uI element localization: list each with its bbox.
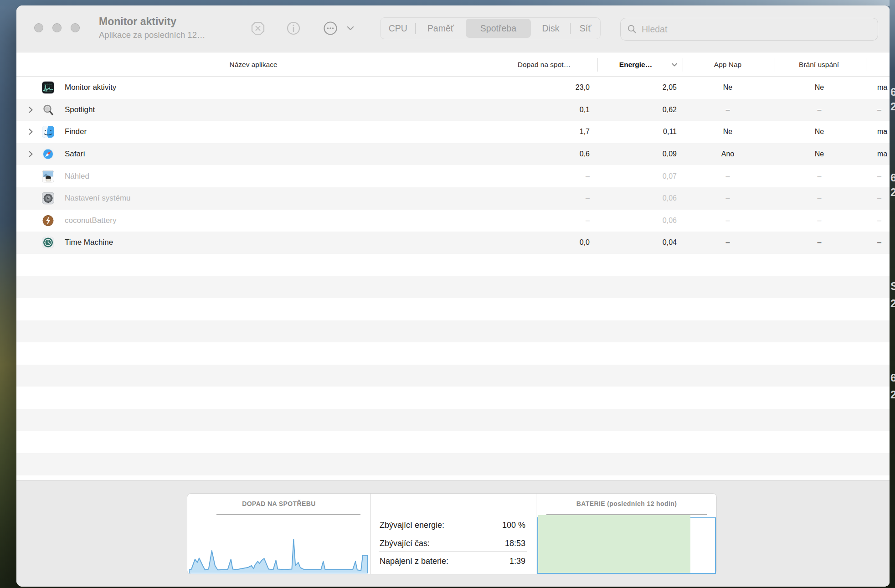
cell-prevents-sleep: – — [818, 106, 822, 114]
stop-process-button[interactable] — [250, 21, 266, 36]
table-row-coconutbattery[interactable]: coconutBattery–0,06––– — [16, 210, 890, 232]
column-header-energy[interactable]: Energie… — [619, 52, 652, 77]
cell-energy-impact: 0,0 — [580, 238, 590, 247]
more-options-chevron[interactable] — [343, 21, 358, 36]
table-row-time-machine[interactable]: Time Machine0,00,04––– — [16, 232, 890, 254]
table-row-safari[interactable]: Safari0,60,09AnoNema — [16, 143, 890, 165]
view-segmented-control: CPUPaměťSpotřebaDiskSíť — [380, 17, 601, 39]
cell-user: – — [877, 238, 881, 247]
table-row-empty — [16, 387, 890, 409]
cell-energy-impact: 23,0 — [576, 83, 590, 92]
segment-spotřeba[interactable]: Spotřeba — [466, 19, 530, 38]
process-name: Finder — [65, 127, 87, 136]
cell-app-nap: – — [726, 238, 730, 247]
cell-app-nap: Ano — [721, 150, 734, 158]
cell-user: – — [877, 217, 881, 225]
desktop-text-fragment: S — [890, 280, 895, 293]
column-header-impact[interactable]: Dopad na spot… — [518, 52, 571, 77]
more-options-button[interactable] — [323, 21, 338, 36]
disclosure-chevron-icon[interactable] — [28, 128, 33, 135]
cell-user: ma — [877, 150, 887, 158]
cell-energy-12hr: 0,11 — [663, 128, 677, 136]
segment-síť[interactable]: Síť — [571, 18, 600, 39]
process-name: Nastavení systému — [65, 194, 131, 203]
cell-app-nap: – — [726, 217, 730, 225]
cell-prevents-sleep: – — [818, 194, 822, 202]
process-name: Spotlight — [65, 105, 95, 114]
inspect-process-button[interactable] — [286, 21, 301, 36]
table-row-empty — [16, 365, 890, 387]
cell-user: ma — [877, 83, 887, 92]
cell-energy-impact: 1,7 — [580, 128, 590, 136]
table-row-empty — [16, 409, 890, 431]
table-header: Název aplikace Dopad na spot… Energie… A… — [16, 52, 890, 77]
table-row-empty — [16, 453, 890, 475]
cell-energy-12hr: 0,62 — [663, 106, 677, 114]
cell-user: – — [877, 194, 881, 202]
stat-label: Zbývající čas: — [380, 539, 430, 548]
process-name: coconutBattery — [65, 216, 116, 225]
sort-chevron-down-icon — [671, 52, 678, 77]
desktop-text-fragment: 2 — [890, 100, 895, 113]
search-icon — [627, 24, 637, 34]
time-machine-icon — [42, 237, 54, 249]
battery-chart-title: BATERIE (posledních 12 hodin) — [576, 500, 677, 507]
column-separator — [683, 58, 683, 72]
disclosure-chevron-icon[interactable] — [28, 106, 33, 113]
zoom-window-button[interactable] — [71, 23, 80, 32]
coconutbattery-icon — [42, 214, 54, 227]
segment-paměť[interactable]: Paměť — [416, 18, 466, 39]
cell-energy-12hr: 0,04 — [663, 238, 677, 247]
title-block: Monitor aktivity Aplikace za posledních … — [99, 15, 205, 40]
stat-row-remaining-time: Zbývající čas: 18:53 — [380, 534, 525, 552]
column-separator — [491, 58, 491, 72]
titlebar[interactable]: Monitor aktivity Aplikace za posledních … — [16, 5, 890, 52]
cell-energy-impact: 0,1 — [580, 106, 590, 114]
table-row-empty — [16, 276, 890, 298]
table-row-nastavení-systému[interactable]: Nastavení systému–0,06––– — [16, 187, 890, 210]
cell-prevents-sleep: Ne — [815, 128, 824, 136]
cell-user: – — [877, 172, 881, 181]
stat-value: 100 % — [502, 521, 525, 530]
cell-energy-impact: – — [586, 217, 590, 225]
table-row-monitor-aktivity[interactable]: Monitor aktivity23,02,05NeNema — [16, 77, 890, 99]
process-name: Náhled — [65, 172, 89, 181]
stat-row-on-battery: Napájení z baterie: 1:39 — [380, 552, 525, 570]
table-row-finder[interactable]: Finder1,70,11NeNema — [16, 121, 890, 143]
desktop: Monitor aktivity Aplikace za posledních … — [0, 0, 895, 588]
column-header-appnap[interactable]: App Nap — [714, 52, 741, 77]
table-row-spotlight[interactable]: Spotlight0,10,62––– — [16, 99, 890, 121]
stat-label: Napájení z baterie: — [380, 557, 448, 566]
desktop-text-fragment: 2 — [890, 297, 895, 310]
cell-energy-12hr: 0,06 — [663, 217, 677, 225]
table-row-empty — [16, 342, 890, 365]
activity-monitor-window: Monitor aktivity Aplikace za posledních … — [16, 5, 890, 587]
process-name: Time Machine — [65, 238, 113, 247]
process-name: Safari — [65, 150, 85, 159]
minimize-window-button[interactable] — [52, 23, 62, 32]
column-header-prevents-sleep[interactable]: Brání uspání — [799, 52, 839, 77]
search-field[interactable]: Hledat — [620, 18, 878, 41]
ellipsis-circle-icon — [323, 21, 338, 36]
column-header-name[interactable]: Název aplikace — [229, 52, 277, 77]
cell-energy-12hr: 0,07 — [663, 172, 677, 181]
disclosure-chevron-icon[interactable] — [28, 150, 33, 158]
cell-energy-impact: 0,6 — [580, 150, 590, 158]
preview-icon — [42, 170, 54, 182]
footer-section-divider — [370, 494, 371, 574]
close-window-button[interactable] — [34, 23, 43, 32]
cell-prevents-sleep: Ne — [815, 83, 824, 92]
segment-disk[interactable]: Disk — [531, 18, 571, 39]
stat-value: 1:39 — [509, 557, 525, 566]
table-row-empty — [16, 298, 890, 320]
desktop-text-fragment: 6 — [890, 171, 895, 184]
stat-row-remaining-energy: Zbývající energie: 100 % — [380, 516, 525, 534]
table-row-empty — [16, 320, 890, 343]
table-row-náhled[interactable]: Náhled–0,07––– — [16, 165, 890, 187]
cell-app-nap: Ne — [723, 83, 732, 92]
cell-prevents-sleep: – — [818, 217, 822, 225]
segment-cpu[interactable]: CPU — [381, 18, 416, 39]
cell-app-nap: – — [726, 106, 730, 114]
footer-panel: DOPAD NA SPOTŘEBU Zbývající energie: 100… — [16, 480, 890, 587]
column-separator — [775, 58, 775, 72]
